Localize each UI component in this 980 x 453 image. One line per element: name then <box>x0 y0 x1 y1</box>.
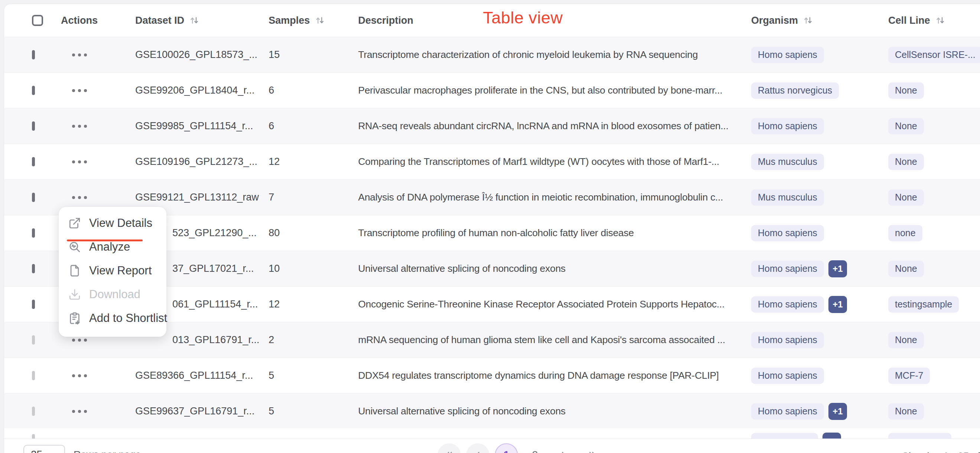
clipboard-plus-icon <box>68 312 81 324</box>
row-actions-menu-button[interactable] <box>57 54 135 56</box>
row-checkbox[interactable] <box>32 121 35 131</box>
view-annotation-label: Table view <box>483 8 563 27</box>
sort-icon[interactable] <box>315 15 325 25</box>
row-actions-menu-button[interactable] <box>57 196 135 199</box>
row-checkbox[interactable] <box>32 86 35 95</box>
table-row: GSE99985_GPL11154_r... 6 RNA-seq reveals… <box>4 108 980 144</box>
row-actions-menu-button[interactable] <box>57 125 135 128</box>
cell-line-cell: MCF-7 <box>888 367 980 384</box>
menu-item-analyze[interactable]: Analyze <box>59 235 166 259</box>
cell-line-badge: None <box>888 118 924 134</box>
column-label: Cell Line <box>888 15 930 26</box>
select-all-checkbox[interactable] <box>32 15 43 26</box>
menu-item-view-report[interactable]: View Report <box>59 259 166 283</box>
organism-cell: Mus musculus <box>751 189 888 206</box>
column-header-actions: Actions <box>57 15 135 26</box>
column-header-samples[interactable]: Samples <box>269 15 358 26</box>
row-actions-menu-button[interactable] <box>57 339 135 342</box>
column-header-organism[interactable]: Organism <box>751 15 888 26</box>
description-cell: Universal alternative splicing of noncod… <box>358 405 751 417</box>
row-checkbox[interactable] <box>32 371 35 380</box>
row-actions-menu-button[interactable] <box>57 161 135 164</box>
table-row: GSE109196_GPL21273_... 12 Comparing the … <box>4 144 980 180</box>
samples-cell: 10 <box>269 263 358 274</box>
organism-badge: Homo sapiens <box>751 403 824 420</box>
description-cell: Transcriptome profiling of human non-alc… <box>358 227 751 239</box>
rows-per-page-select[interactable]: 25 <box>24 445 65 453</box>
organism-cell: Homo sapiens +1 <box>751 260 888 277</box>
column-label: Samples <box>269 15 310 26</box>
sort-icon[interactable] <box>935 15 945 25</box>
cell-line-badge: none <box>888 225 923 242</box>
dataset-id-cell: GSE89366_GPL11154_r... <box>135 370 269 381</box>
samples-cell: 5 <box>269 370 358 381</box>
column-header-dataset_id[interactable]: Dataset ID <box>135 15 269 26</box>
cell-line-badge: MCF-7 <box>888 367 930 384</box>
description-cell: Comparing the Transcriptomes of Marf1 wi… <box>358 156 751 167</box>
row-checkbox[interactable] <box>32 434 35 439</box>
prev-page-button[interactable] <box>466 443 489 453</box>
organism-badge: Homo sapiens <box>751 332 824 348</box>
organism-badge: Homo sapiens <box>751 261 824 277</box>
page-number-button[interactable]: 2 <box>523 443 546 453</box>
organism-badge: Homo sapiens <box>751 118 824 134</box>
row-checkbox[interactable] <box>32 335 35 345</box>
organism-badge: Mus musculus <box>751 154 824 170</box>
organism-cell: Homo sapiens <box>751 118 888 134</box>
chevron-right-icon <box>558 449 569 453</box>
organism-cell: Rattus norvegicus <box>751 83 888 99</box>
organism-plus-badge[interactable]: +1 <box>829 403 847 420</box>
sort-icon[interactable] <box>803 15 813 25</box>
cell-line-badge: None <box>888 154 924 170</box>
last-page-button[interactable] <box>581 443 604 453</box>
menu-item-download: Download <box>59 283 166 306</box>
next-page-button[interactable] <box>552 443 575 453</box>
organism-cell: Mus musculus <box>751 154 888 170</box>
description-cell: RNA-seq reveals abundant circRNA, lncRNA… <box>358 120 751 132</box>
row-checkbox[interactable] <box>32 264 35 273</box>
row-checkbox[interactable] <box>32 157 35 166</box>
organism-badge: Homo sapiens <box>751 225 824 242</box>
cell-line-badge: None <box>888 261 924 277</box>
chevron-left-icon <box>472 449 483 453</box>
row-checkbox[interactable] <box>32 300 35 309</box>
row-actions-menu-button[interactable] <box>57 374 135 377</box>
sort-icon[interactable] <box>189 15 199 25</box>
organism-badge <box>751 433 818 439</box>
menu-item-add-to-shortlist[interactable]: Add to Shortlist <box>59 306 166 330</box>
menu-item-view-details[interactable]: View Details <box>59 211 166 235</box>
organism-badge: Homo sapiens <box>751 47 824 63</box>
organism-badge: Homo sapiens <box>751 296 824 313</box>
page-number-button[interactable]: 1 <box>495 443 518 453</box>
column-header-cell_line[interactable]: Cell Line <box>888 15 980 26</box>
dataset-id-cell: GSE100026_GPL18573_... <box>135 49 269 60</box>
dataset-id-cell: GSE99206_GPL18404_r... <box>135 85 269 96</box>
description-cell: Oncogenic Serine-Threonine Kinase Recept… <box>358 299 751 310</box>
dataset-id-cell: GSE109196_GPL21273_... <box>135 156 269 167</box>
row-checkbox[interactable] <box>32 228 35 238</box>
table-row: GSE100026_GPL18573_... 15 Transcriptome … <box>4 37 980 72</box>
column-label: Organism <box>751 15 798 26</box>
showing-range-text: Showing 1 - 25 of <box>902 451 980 453</box>
dataset-id-cell: GSE99121_GPL13112_raw <box>135 192 269 203</box>
cell-line-cell: None <box>888 118 980 134</box>
row-checkbox[interactable] <box>32 50 35 59</box>
double-chevron-left-icon <box>444 449 455 453</box>
double-chevron-right-icon <box>587 449 598 453</box>
samples-cell: 12 <box>269 156 358 167</box>
row-checkbox[interactable] <box>32 193 35 202</box>
organism-plus-badge[interactable]: +1 <box>829 296 847 313</box>
first-page-button[interactable] <box>438 443 461 453</box>
description-cell: Analysis of DNA polymerase Î½ function i… <box>358 192 751 203</box>
organism-badge: Mus musculus <box>751 189 824 206</box>
row-checkbox[interactable] <box>32 407 35 416</box>
cell-line-cell: None <box>888 83 980 99</box>
rows-per-page-value: 25 <box>31 448 42 453</box>
table-row: GSE89366_GPL11154_r... 5 DDX54 regulates… <box>4 358 980 393</box>
row-actions-menu-button[interactable] <box>57 410 135 413</box>
menu-item-label: View Report <box>89 264 151 277</box>
organism-plus-badge[interactable]: +1 <box>829 260 847 277</box>
pagination-footer: 25 Rows per page 12 Showing 1 - 25 of <box>4 439 980 453</box>
cell-line-cell: None <box>888 332 980 348</box>
row-actions-menu-button[interactable] <box>57 89 135 92</box>
